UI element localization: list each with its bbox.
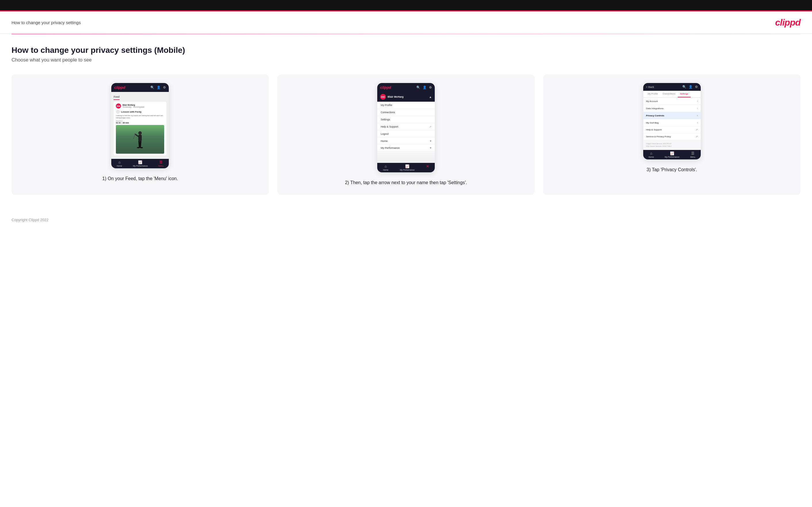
step1-nav-performance: 📈 My Performance — [133, 160, 148, 167]
step2-app-icons: 🔍 👤 ⚙ — [416, 86, 432, 89]
home-icon: ⌂ — [118, 160, 120, 164]
step3-nav-home-label: Home — [648, 156, 654, 158]
menu-item-myprofile[interactable]: My Profile — [377, 102, 435, 109]
step1-feed-tab: Feed — [113, 95, 119, 100]
step2-bg-blur — [377, 151, 435, 163]
step3-nav-performance: 📈 My Performance — [665, 151, 679, 158]
step1-user-sub: Yesterday · Sunningdale — [122, 106, 144, 108]
settings-item-privacycontrols-label: Privacy Controls — [646, 114, 664, 117]
step1-nav-home-label: Home — [117, 165, 122, 167]
home-icon-2: ⌂ — [385, 164, 387, 168]
svg-rect-1 — [138, 135, 142, 141]
step2-nav-performance: 📈 My Performance — [400, 164, 415, 171]
logo: clippd — [775, 17, 801, 28]
step2-app-logo: clippd — [380, 85, 391, 90]
svg-line-3 — [134, 134, 135, 139]
copyright-text: Copyright Clippd 2022 — [11, 218, 49, 222]
step3-bottom-nav: ⌂ Home 📈 My Performance ☰ Menu — [643, 150, 701, 159]
step1-user-row: BM Blair McHarg Yesterday · Sunningdale — [116, 103, 164, 109]
tab-myprofile[interactable]: My Profile — [646, 91, 660, 97]
main-content: How to change your privacy settings (Mob… — [0, 34, 812, 212]
step1-avatar: BM — [116, 103, 121, 109]
chevron-down-icon: ▾ — [430, 139, 431, 143]
step3-settings-tabs: My Profile Connections Settings — [643, 91, 701, 98]
menu-icon-3: ☰ — [691, 151, 695, 155]
step2-menu-user-left: BM Blair McHarg — [380, 94, 404, 100]
menu-item-settings[interactable]: Settings — [377, 116, 435, 123]
settings-icon-2: ⚙ — [429, 86, 432, 89]
menu-item-logout[interactable]: Logout — [377, 130, 435, 137]
menu-item-connections[interactable]: Connections — [377, 109, 435, 116]
steps-grid: clippd 🔍 👤 ⚙ Feed BM Bl — [11, 74, 801, 195]
step-1-card: clippd 🔍 👤 ⚙ Feed BM Bl — [11, 74, 269, 195]
menu-section-home[interactable]: Home ▾ — [377, 137, 435, 145]
step2-nav-home-label: Home — [383, 169, 389, 171]
step3-nav-performance-label: My Performance — [665, 156, 679, 158]
version-line-2: GQL Server Version: 2022.7.30-1 — [646, 145, 698, 148]
settings-icon-3: ⚙ — [695, 85, 698, 89]
step1-nav-menu[interactable]: ☰ Menu — [158, 160, 164, 167]
step2-menu-avatar: BM — [380, 94, 386, 100]
menu-item-myprofile-label: My Profile — [381, 104, 392, 107]
step3-nav-menu[interactable]: ☰ Menu — [690, 151, 695, 158]
chevron-up-icon: ▲ — [429, 95, 432, 99]
step1-duration-val: 01 hr : 30 min — [116, 122, 164, 124]
close-icon: ✕ — [426, 164, 429, 168]
menu-section-home-label: Home — [381, 139, 388, 143]
step1-lesson-title: Lesson with Fordy — [121, 111, 142, 113]
menu-item-helpsupport[interactable]: Help & Support ↗ — [377, 123, 435, 130]
external-link-icon-3: ↗ — [696, 135, 698, 138]
step2-nav-home: ⌂ Home — [383, 164, 389, 171]
chevron-right-icon-4: › — [697, 121, 698, 124]
settings-item-helpsupport[interactable]: Help & Support ↗ — [643, 126, 701, 133]
settings-item-serviceprivacy[interactable]: Service & Privacy Policy ↗ — [643, 133, 701, 140]
step2-nav-close[interactable]: ✕ — [426, 164, 429, 171]
tab-settings[interactable]: Settings — [678, 91, 691, 97]
step3-nav-menu-label: Menu — [690, 156, 695, 158]
settings-item-mygolfbag[interactable]: My Golf Bag › — [643, 119, 701, 126]
header: How to change your privacy settings clip… — [0, 11, 812, 34]
external-link-icon-2: ↗ — [696, 128, 698, 131]
step1-lesson-desc: Looking to feel like my hands are exitin… — [116, 115, 164, 119]
step-3-caption: 3) Tap 'Privacy Controls'. — [647, 166, 697, 173]
chart-icon-2: 📈 — [405, 164, 409, 168]
step1-lesson-row: Lesson with Fordy — [116, 110, 164, 114]
step1-lesson-icon — [116, 110, 120, 114]
svg-line-2 — [135, 134, 138, 136]
home-icon-3: ⌂ — [650, 151, 652, 155]
step1-feed-content: Feed BM Blair McHarg Yesterday · Sunning… — [111, 92, 169, 159]
menu-item-logout-label: Logout — [381, 132, 389, 135]
menu-section-performance-label: My Performance — [381, 147, 400, 149]
settings-item-myaccount[interactable]: My Account › — [643, 98, 701, 105]
step3-app-icons: 🔍 👤 ⚙ — [682, 85, 698, 89]
back-button[interactable]: < Back — [646, 86, 654, 89]
external-link-icon: ↗ — [429, 125, 431, 128]
menu-item-helpsupport-label: Help & Support — [381, 125, 398, 128]
svg-point-7 — [140, 147, 143, 148]
page-heading: How to change your privacy settings (Mob… — [11, 46, 801, 55]
step1-user-name: Blair McHarg — [122, 104, 144, 106]
footer: Copyright Clippd 2022 — [0, 212, 812, 228]
step2-app-bar: clippd 🔍 👤 ⚙ — [377, 83, 435, 92]
step2-menu-user-row: BM Blair McHarg ▲ — [377, 92, 435, 102]
settings-item-dataintegrations[interactable]: Data Integrations › — [643, 105, 701, 112]
chart-icon-3: 📈 — [670, 151, 674, 155]
step3-settings-list: My Account › Data Integrations › Privacy… — [643, 98, 701, 140]
search-icon-3: 🔍 — [682, 85, 687, 89]
version-line-1: Clippd Client Version: 2022.8.3-3 — [646, 143, 698, 145]
step-1-phone: clippd 🔍 👤 ⚙ Feed BM Bl — [111, 83, 169, 168]
tab-connections[interactable]: Connections — [660, 91, 677, 97]
step-1-caption: 1) On your Feed, tap the 'Menu' icon. — [102, 175, 178, 182]
search-icon-2: 🔍 — [416, 86, 420, 89]
menu-item-settings-label: Settings — [381, 118, 390, 121]
step-2-card: clippd 🔍 👤 ⚙ BM Blair McHarg ▲ — [277, 74, 535, 195]
menu-icon: ☰ — [159, 160, 162, 164]
step-2-caption: 2) Then, tap the arrow next to your name… — [345, 179, 467, 186]
svg-point-6 — [137, 147, 140, 148]
settings-item-privacycontrols[interactable]: Privacy Controls › — [643, 112, 701, 119]
step2-menu-overlay: My Profile Connections Settings Help & S… — [377, 102, 435, 163]
top-bar — [0, 0, 812, 10]
menu-section-performance[interactable]: My Performance ▾ — [377, 145, 435, 151]
menu-item-connections-label: Connections — [381, 111, 395, 114]
step1-feed-post: BM Blair McHarg Yesterday · Sunningdale … — [113, 102, 166, 155]
